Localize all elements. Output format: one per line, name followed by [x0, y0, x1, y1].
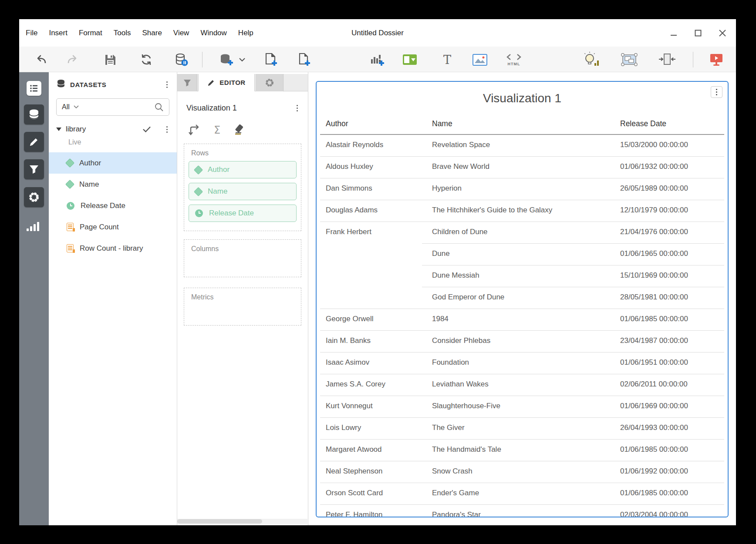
- close-button[interactable]: [716, 27, 729, 40]
- add-visualization-icon[interactable]: [368, 51, 386, 68]
- present-icon[interactable]: [708, 51, 725, 68]
- cell-author: James S.A. Corey: [326, 380, 385, 389]
- dataset-filter-dropdown[interactable]: All: [62, 103, 70, 111]
- expand-collapse-icon[interactable]: [56, 128, 61, 131]
- attribute-diamond-icon: [65, 158, 74, 168]
- app-window: FileInsertFormatToolsShareViewWindowHelp…: [19, 19, 736, 525]
- new-page-icon[interactable]: [295, 51, 313, 68]
- dataset-menu-icon[interactable]: [162, 124, 172, 134]
- table-row[interactable]: Kurt VonnegutSlaughterhouse-Five01/06/19…: [317, 396, 728, 418]
- dataset-search-box[interactable]: All: [56, 98, 169, 116]
- datasets-panel-button[interactable]: [24, 104, 44, 124]
- table-row[interactable]: Aldous HuxleyBrave New World01/06/1932 0…: [317, 157, 728, 178]
- column-header-release-date[interactable]: Release Date: [620, 119, 666, 128]
- cell-author: Orson Scott Card: [326, 489, 383, 497]
- swap-axes-icon[interactable]: [188, 123, 201, 137]
- new-chapter-icon[interactable]: [262, 51, 280, 68]
- rows-chip-author[interactable]: Author: [189, 161, 297, 178]
- table-row[interactable]: Dan SimmonsHyperion26/05/1989 00:00:00: [317, 178, 728, 200]
- table-row[interactable]: God Emperor of Dune28/05/1981 00:00:00: [317, 287, 728, 309]
- free-form-canvas-icon[interactable]: [621, 51, 638, 68]
- table-row[interactable]: Margaret AtwoodThe Handmaid's Tale01/06/…: [317, 440, 728, 461]
- table-row[interactable]: Isaac AsimovFoundation01/06/1951 00:00:0…: [317, 353, 728, 374]
- date-clock-icon: [67, 202, 74, 210]
- pause-all-datasets-icon[interactable]: [173, 51, 190, 68]
- table-row[interactable]: Douglas AdamsThe Hitchhiker's Guide to t…: [317, 200, 728, 222]
- table-row[interactable]: James S.A. CoreyLeviathan Wakes02/06/201…: [317, 374, 728, 396]
- sigma-icon[interactable]: Σ: [214, 124, 220, 136]
- columns-drop-zone[interactable]: Columns: [184, 239, 301, 277]
- table-row[interactable]: Orson Scott CardEnder's Game01/06/1985 0…: [317, 483, 728, 505]
- dataset-library-row[interactable]: library: [56, 123, 172, 136]
- column-header-name[interactable]: Name: [432, 119, 452, 128]
- cell-author: Kurt Vonnegut: [326, 402, 373, 410]
- dataset-field-author[interactable]: Author: [49, 152, 177, 174]
- settings-panel-button[interactable]: [24, 187, 44, 207]
- rows-chip-release-date[interactable]: Release Date: [189, 205, 297, 222]
- undo-icon[interactable]: [32, 51, 50, 68]
- table-row[interactable]: Dune Messiah15/10/1969 00:00:00: [317, 265, 728, 287]
- dataset-field-page-count[interactable]: Page Count: [49, 216, 177, 238]
- add-image-icon[interactable]: [471, 51, 489, 68]
- column-header-author[interactable]: Author: [326, 119, 348, 128]
- add-selector-icon[interactable]: [401, 51, 418, 68]
- dataset-field-label: Page Count: [80, 223, 119, 232]
- visualization-menu-icon[interactable]: [292, 103, 302, 113]
- table-row[interactable]: Frank HerbertChildren of Dune21/04/1976 …: [317, 222, 728, 244]
- add-html-icon[interactable]: HTML: [505, 51, 523, 68]
- minimize-button[interactable]: [667, 27, 680, 40]
- tab-editor[interactable]: EDITOR: [198, 74, 255, 91]
- table-row[interactable]: Dune01/06/1965 00:00:00: [317, 244, 728, 265]
- table-row[interactable]: Peter F. HamiltonPandora's Star02/03/200…: [317, 505, 728, 517]
- checkmark-icon: [142, 125, 152, 133]
- add-data-icon[interactable]: [218, 51, 235, 68]
- table-row[interactable]: George Orwell198401/06/1985 00:00:00: [317, 309, 728, 331]
- chart-rail-icon[interactable]: [27, 222, 39, 231]
- cell-release-date: 12/10/1979 00:00:00: [620, 206, 688, 215]
- cell-name: Consider Phlebas: [432, 336, 490, 345]
- menu-bar: FileInsertFormatToolsShareViewWindowHelp…: [19, 19, 736, 47]
- pencil-icon: [207, 79, 215, 87]
- cell-author: Lois Lowry: [326, 423, 361, 432]
- insights-icon[interactable]: [583, 51, 600, 68]
- fit-to-window-icon[interactable]: [658, 51, 676, 68]
- metrics-drop-zone[interactable]: Metrics: [184, 288, 301, 326]
- rows-chip-name[interactable]: Name: [189, 183, 297, 200]
- redo-icon[interactable]: [64, 51, 81, 68]
- refresh-icon[interactable]: [138, 51, 155, 68]
- dataset-field-label: Row Count - library: [80, 244, 143, 253]
- table-row[interactable]: Iain M. BanksConsider Phlebas23/04/1987 …: [317, 331, 728, 353]
- horizontal-scrollbar[interactable]: [177, 519, 307, 524]
- cell-name: Hyperion: [432, 184, 462, 193]
- dataset-field-name[interactable]: Name: [49, 174, 177, 195]
- table-row[interactable]: Neal StephensonSnow Crash01/06/1992 00:0…: [317, 461, 728, 483]
- search-icon[interactable]: [154, 102, 164, 112]
- datasets-menu-icon[interactable]: [162, 80, 172, 89]
- save-icon[interactable]: [101, 51, 119, 68]
- left-rail: [19, 72, 49, 525]
- visualization-container[interactable]: Visualization 1 Author Name Release Date…: [316, 81, 729, 517]
- add-text-icon[interactable]: T: [439, 51, 456, 68]
- dataset-field-release-date[interactable]: Release Date: [49, 195, 177, 216]
- table-row[interactable]: Lois LowryThe Giver26/04/1993 00:00:00: [317, 418, 728, 440]
- chip-label: Release Date: [209, 209, 254, 218]
- editor-visualization-name: Visualization 1: [186, 104, 292, 113]
- visualization-options-button[interactable]: [711, 86, 722, 98]
- add-data-chevron-icon[interactable]: [233, 51, 251, 68]
- cell-name: Slaughterhouse-Five: [432, 402, 500, 410]
- edit-dossier-button[interactable]: [24, 132, 44, 152]
- dataset-name[interactable]: library: [66, 125, 142, 134]
- cell-name: Children of Dune: [432, 228, 488, 236]
- tab-settings[interactable]: [256, 74, 284, 91]
- maximize-button[interactable]: [692, 27, 705, 40]
- eraser-icon[interactable]: [233, 123, 246, 137]
- rows-drop-zone[interactable]: Rows AuthorNameRelease Date: [184, 144, 301, 231]
- scrollbar-thumb[interactable]: [177, 519, 262, 524]
- dataset-field-row-count-library[interactable]: Row Count - library: [49, 238, 177, 259]
- cell-name: The Handmaid's Tale: [432, 445, 501, 454]
- contents-panel-button[interactable]: [27, 81, 41, 96]
- filter-panel-button[interactable]: [24, 159, 44, 179]
- table-row[interactable]: Alastair ReynoldsRevelation Space15/03/2…: [317, 135, 728, 157]
- tab-filter[interactable]: [177, 74, 197, 91]
- cell-author: George Orwell: [326, 315, 374, 323]
